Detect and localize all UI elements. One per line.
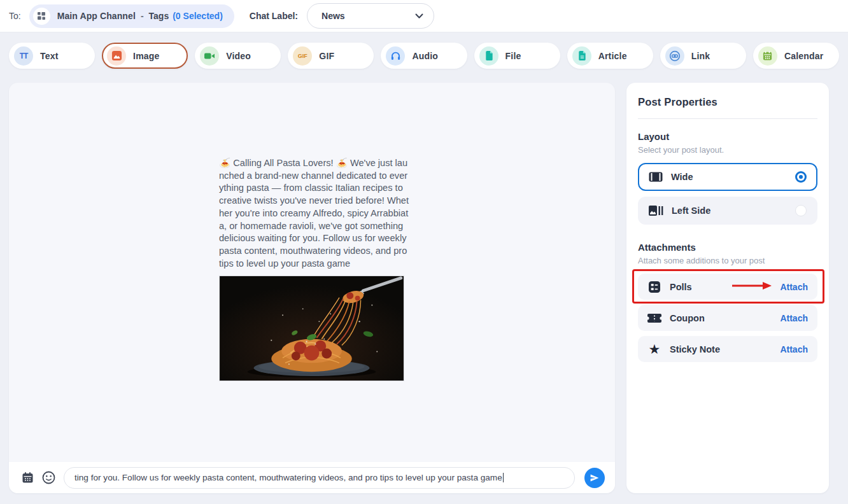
- chevron-down-icon: [415, 13, 423, 19]
- content-type-tabbar: TT Text Image Video GIF GIF Audio: [9, 43, 839, 69]
- text-caret: [503, 473, 504, 482]
- sticky-note-star-icon: ★: [647, 342, 661, 356]
- post-preview-card: 🍝 Calling All Pasta Lovers! 🍝 We've just…: [9, 83, 615, 493]
- channel-grid-icon: [33, 8, 50, 25]
- composer-bar: ting for you. Follow us for weekly pasta…: [9, 462, 615, 493]
- polls-attach-link[interactable]: Attach: [780, 282, 808, 292]
- radio-unselected-icon[interactable]: [795, 205, 807, 216]
- post-image: [219, 276, 404, 381]
- post-properties-panel: Post Properties Layout Select your post …: [626, 83, 829, 493]
- channel-selector[interactable]: Main App Channel - Tags (0 Selected): [29, 4, 234, 28]
- attachments-section-subtitle: Attach some additions to your post: [638, 256, 817, 265]
- layout-section-subtitle: Select your post layout.: [638, 145, 817, 155]
- tab-image[interactable]: Image: [102, 43, 188, 69]
- message-input[interactable]: ting for you. Follow us for weekly pasta…: [64, 467, 575, 489]
- chat-label-title: Chat Label:: [250, 11, 298, 21]
- video-icon: [200, 46, 219, 66]
- attachment-row-sticky-note: ★ Sticky Note Attach: [638, 336, 817, 362]
- attachment-row-polls: Polls Attach: [638, 274, 817, 300]
- divider: [638, 118, 817, 119]
- app-screen: To: Main App Channel - Tags (0 Selected)…: [0, 0, 848, 504]
- sticky-note-attach-link[interactable]: Attach: [780, 344, 808, 354]
- coupon-icon: [647, 313, 661, 323]
- panel-title: Post Properties: [638, 96, 817, 108]
- layout-section-title: Layout: [638, 131, 817, 142]
- schedule-calendar-icon[interactable]: [19, 470, 36, 486]
- tutorial-arrow-icon: [731, 281, 773, 293]
- tab-text[interactable]: TT Text: [9, 43, 95, 69]
- emoji-icon[interactable]: [40, 470, 57, 486]
- polls-icon: [647, 281, 661, 293]
- text-icon: TT: [14, 46, 33, 66]
- tab-video[interactable]: Video: [195, 43, 281, 69]
- tab-article[interactable]: Article: [567, 43, 653, 69]
- image-icon: [107, 46, 126, 66]
- chat-label-value: News: [322, 11, 415, 21]
- left-side-layout-icon: [649, 206, 663, 216]
- coupon-attach-link[interactable]: Attach: [780, 313, 808, 323]
- send-button[interactable]: [584, 468, 605, 488]
- topbar: To: Main App Channel - Tags (0 Selected)…: [0, 0, 848, 32]
- attachment-row-coupon: Coupon Attach: [638, 305, 817, 331]
- to-label: To:: [9, 11, 21, 21]
- gif-icon: GIF: [293, 46, 312, 66]
- post-preview-text: 🍝 Calling All Pasta Lovers! 🍝 We've just…: [219, 157, 410, 270]
- layout-option-left-side[interactable]: Left Side: [638, 197, 817, 225]
- message-input-value: ting for you. Follow us for weekly pasta…: [74, 473, 502, 482]
- radio-selected-icon[interactable]: [795, 171, 807, 183]
- calendar-icon: [758, 46, 777, 66]
- tab-calendar[interactable]: Calendar: [753, 43, 839, 69]
- wide-layout-icon: [649, 172, 663, 182]
- tab-file[interactable]: File: [474, 43, 560, 69]
- link-icon: [665, 46, 684, 66]
- tab-gif[interactable]: GIF GIF: [288, 43, 374, 69]
- attachments-section-title: Attachments: [638, 242, 817, 253]
- tab-link[interactable]: Link: [660, 43, 746, 69]
- channel-separator: -: [141, 11, 144, 21]
- audio-icon: [386, 46, 405, 66]
- tags-label: Tags: [149, 11, 169, 21]
- tab-audio[interactable]: Audio: [381, 43, 467, 69]
- layout-option-wide[interactable]: Wide: [638, 163, 817, 191]
- article-icon: [572, 46, 591, 66]
- chat-label-select[interactable]: News: [307, 3, 434, 29]
- tags-count: (0 Selected): [173, 11, 223, 21]
- file-icon: [479, 46, 498, 66]
- channel-name: Main App Channel: [57, 11, 136, 21]
